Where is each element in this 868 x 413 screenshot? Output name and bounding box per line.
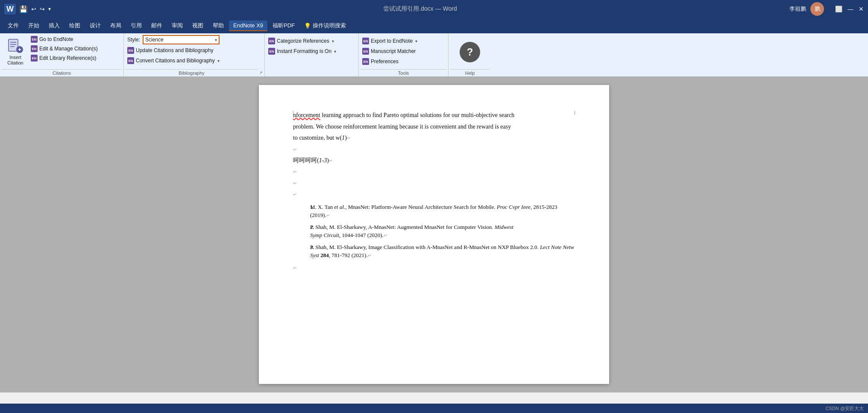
edit-library-reference-button[interactable]: EN Edit Library Reference(s) <box>29 54 100 62</box>
reference-item-1: 1. M. X. Tan et al., MnasNet: Platform-A… <box>293 203 575 220</box>
edit-manage-citations-button[interactable]: EN Edit & Manage Citation(s) <box>29 44 100 53</box>
menu-search[interactable]: 💡 操作说明搜索 <box>300 20 350 31</box>
edit-library-reference-label: Edit Library Reference(s) <box>39 55 96 61</box>
citation-1: 1 <box>342 135 345 141</box>
edit-manage-citations-label: Edit & Manage Citation(s) <box>39 46 98 52</box>
window-controls: ⬜ — ✕ <box>832 6 864 12</box>
title-bar-left: W 💾 ↩ ↪ ▾ <box>4 4 51 15</box>
right-margin-marker <box>575 111 575 115</box>
tools-group-label: Tools <box>361 69 446 76</box>
document-title: 尝试试用引用.docx — Word <box>383 5 457 12</box>
menu-file[interactable]: 文件 <box>3 20 23 31</box>
empty-para-1: ↵ <box>293 145 575 154</box>
help-group-label: Help <box>450 69 490 76</box>
left-margin-marker <box>293 111 293 115</box>
references-list: 1. M. X. Tan et al., MnasNet: Platform-A… <box>293 203 575 272</box>
menu-view[interactable]: 视图 <box>188 20 208 31</box>
paragraph-line3: to customize, but w(1)↵ <box>293 133 575 143</box>
help-question-icon: ? <box>467 46 473 58</box>
menu-layout[interactable]: 布局 <box>106 20 126 31</box>
categorize-references-button[interactable]: EN Categorize References ▾ <box>268 37 336 45</box>
para-mark-end: ↵ <box>293 265 297 270</box>
ref-journal-3: Lect Note Netw Syst <box>310 244 574 259</box>
para-mark-5: ↵ <box>293 192 297 197</box>
para-mark-4: ↵ <box>293 181 297 186</box>
edit-library-icon: EN <box>31 55 38 62</box>
ref-text-1: M. X. Tan et al., MnasNet: Platform-Awar… <box>310 203 575 220</box>
style-select-arrow-icon: ▾ <box>215 38 217 42</box>
bibliography-content: Style: Science ▾ EN Update Citations and… <box>124 33 264 69</box>
ref-vol-3: 284 <box>320 252 329 258</box>
instant-formatting-button[interactable]: EN Instant Formatting is On ▾ <box>268 47 338 56</box>
manuscript-matcher-label: Manuscript Matcher <box>371 48 416 54</box>
ref-text-2: P. Shah, M. El-Sharkawy, A-MnasNet: Augm… <box>310 223 575 240</box>
document-content: nforcement learning approach to find Par… <box>293 111 575 272</box>
search-lightbulb-icon: 💡 <box>304 23 311 29</box>
tools-section: EN Export to EndNote ▾ EN Manuscript Mat… <box>359 33 449 76</box>
instant-formatting-label: Instant Formatting is On <box>277 48 331 54</box>
help-section: ? Help <box>449 33 491 76</box>
ref-num-1: 1. <box>293 203 310 220</box>
style-label: Style: <box>127 37 140 43</box>
word-logo-icon: W <box>4 4 16 15</box>
ref-text-3: P. Shah, M. El-Sharkawy, Image Classific… <box>310 243 575 260</box>
instant-formatting-arrow-icon: ▾ <box>334 49 336 54</box>
export-endnote-label: Export to EndNote <box>371 38 413 44</box>
style-select-dropdown[interactable]: Science ▾ <box>143 35 220 44</box>
convert-citations-button[interactable]: EN Convert Citations and Bibliography ▾ <box>127 56 221 65</box>
insert-citation-icon <box>7 37 24 54</box>
ribbon: InsertCitation EN Go to EndNote EN Edit … <box>0 33 868 76</box>
bibliography-expand-icon[interactable]: ↗ <box>259 70 263 75</box>
menu-endnote[interactable]: EndNote X9 <box>229 21 267 31</box>
line1-text: nforcement learning approach to find Par… <box>293 112 514 118</box>
update-citations-button[interactable]: EN Update Citations and Bibliography <box>127 46 215 55</box>
menu-help[interactable]: 帮助 <box>208 20 228 31</box>
menu-start[interactable]: 开始 <box>24 20 44 31</box>
menu-references[interactable]: 引用 <box>126 20 146 31</box>
title-bar-center: 尝试试用引用.docx — Word <box>51 5 789 13</box>
insert-citation-label: InsertCitation <box>7 55 23 66</box>
menu-design[interactable]: 设计 <box>85 20 105 31</box>
menu-search-label: 操作说明搜索 <box>313 22 346 29</box>
menu-mail[interactable]: 邮件 <box>147 20 167 31</box>
categorize-icon: EN <box>268 38 275 44</box>
avatar[interactable]: 鹏 <box>810 2 824 16</box>
menu-review[interactable]: 审阅 <box>167 20 187 31</box>
categorize-references-label: Categorize References <box>277 38 329 44</box>
undo-icon[interactable]: ↩ <box>31 6 36 12</box>
title-bar-right: 李祖鹏 鹏 ⬜ — ✕ <box>789 2 864 16</box>
manuscript-matcher-button[interactable]: EN Manuscript Matcher <box>362 47 417 56</box>
menu-insert[interactable]: 插入 <box>44 20 64 31</box>
style-row: Style: Science ▾ <box>127 35 220 44</box>
goto-endnote-label: Go to EndNote <box>39 36 73 42</box>
tools-content: EN Export to EndNote ▾ EN Manuscript Mat… <box>359 33 448 69</box>
references-content: EN Categorize References ▾ EN Instant Fo… <box>265 33 358 69</box>
close-icon[interactable]: ✕ <box>859 6 864 12</box>
status-bar: CSDN @安匠大大 <box>0 404 868 413</box>
export-endnote-button[interactable]: EN Export to EndNote ▾ <box>362 37 419 45</box>
citation-cn: 1-3 <box>319 157 327 164</box>
para-mark-3: ↵ <box>293 169 297 174</box>
para-mark-2: ↵ <box>293 147 297 152</box>
goto-endnote-button[interactable]: EN Go to EndNote <box>29 35 100 44</box>
insert-citation-button[interactable]: InsertCitation <box>3 35 27 67</box>
restore-icon[interactable]: ⬜ <box>835 6 842 12</box>
preferences-button[interactable]: EN Preferences <box>362 57 400 66</box>
avatar-initials: 鹏 <box>815 5 820 13</box>
chinese-paragraph: 呵呵呵呵(1-3)↵ <box>293 156 575 165</box>
menu-draw[interactable]: 绘图 <box>65 20 85 31</box>
para-mark-1: ↵ <box>347 135 351 141</box>
help-button[interactable]: ? <box>460 42 480 62</box>
username-label: 李祖鹏 <box>789 5 806 13</box>
citations-right-buttons: EN Go to EndNote EN Edit & Manage Citati… <box>29 35 100 62</box>
menu-foxit[interactable]: 福昕PDF <box>268 20 299 31</box>
convert-dropdown-arrow-icon: ▾ <box>217 59 220 63</box>
export-icon: EN <box>362 38 369 44</box>
save-icon[interactable]: 💾 <box>19 5 28 13</box>
menu-bar: 文件 开始 插入 绘图 设计 布局 引用 邮件 审阅 视图 帮助 EndNote… <box>0 18 868 33</box>
convert-icon: EN <box>127 57 134 64</box>
redo-icon[interactable]: ↪ <box>40 6 45 12</box>
line3-text: to customize, but w(1) <box>293 135 347 141</box>
document-area: nforcement learning approach to find Par… <box>0 76 868 392</box>
minimize-icon[interactable]: — <box>847 6 853 12</box>
